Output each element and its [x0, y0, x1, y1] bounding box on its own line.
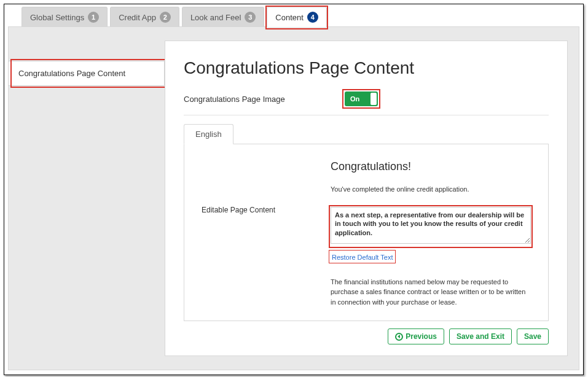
tab-label: Credit App [119, 13, 156, 22]
main-area: Congratulations Page Content Congratulat… [8, 26, 579, 370]
app-frame: Global Settings 1 Credit App 2 Look and … [4, 4, 584, 375]
language-panel: Editable Page Content Congratulations! Y… [184, 144, 549, 321]
sidebar: Congratulations Page Content [9, 27, 165, 370]
tab-english[interactable]: English [184, 124, 233, 144]
toggle-knob [370, 93, 377, 105]
step-badge: 4 [307, 12, 318, 23]
preview-intro: You've completed the online credit appli… [331, 184, 531, 195]
tab-global-settings[interactable]: Global Settings 1 [22, 7, 108, 27]
divider [184, 115, 549, 115]
toggle-congratulations-image[interactable]: On [345, 91, 378, 106]
save-and-exit-button[interactable]: Save and Exit [449, 328, 512, 344]
editable-content-textarea[interactable] [331, 207, 531, 244]
tab-credit-app[interactable]: Credit App 2 [110, 7, 179, 27]
sidebar-item-congratulations[interactable]: Congratulations Page Content [8, 61, 165, 86]
setting-row-image-toggle: Congratulations Page Image On [184, 91, 549, 106]
tab-label: Global Settings [30, 13, 84, 22]
save-button[interactable]: Save [517, 328, 549, 344]
restore-default-text-link[interactable]: Restore Default Text [331, 253, 394, 262]
tab-label: English [195, 130, 222, 139]
step-badge: 2 [160, 12, 171, 23]
preview-heading: Congratulations! [331, 160, 531, 173]
field-label: Editable Page Content [202, 160, 331, 307]
step-badge: 1 [88, 12, 99, 23]
tab-label: Look and Feel [190, 13, 241, 22]
sidebar-item-label: Congratulations Page Content [18, 69, 125, 78]
tab-look-and-feel[interactable]: Look and Feel 3 [182, 7, 264, 27]
button-label: Previous [406, 332, 437, 341]
preview-footer: The financial institutions named below m… [331, 277, 531, 308]
step-badge: 3 [245, 12, 256, 23]
content-panel: Congratulations Page Content Congratulat… [165, 41, 568, 356]
page-title: Congratulations Page Content [184, 58, 549, 78]
language-tabs: English [184, 124, 549, 144]
wizard-tabs: Global Settings 1 Credit App 2 Look and … [4, 4, 583, 27]
button-label: Save and Exit [457, 332, 504, 341]
setting-label: Congratulations Page Image [184, 95, 345, 104]
arrow-left-circle-icon [395, 333, 403, 341]
tab-content[interactable]: Content 4 [267, 7, 327, 27]
previous-button[interactable]: Previous [388, 328, 444, 344]
action-bar: Previous Save and Exit Save [184, 328, 549, 344]
toggle-state-label: On [350, 95, 359, 103]
tab-label: Content [275, 13, 304, 22]
button-label: Save [524, 332, 541, 341]
